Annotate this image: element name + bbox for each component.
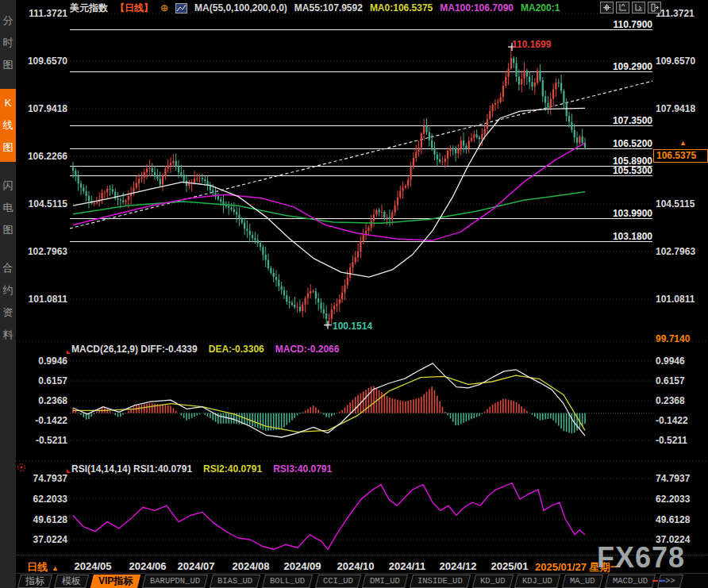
price-axis-label: 111.3721 xyxy=(656,8,695,19)
rsi-scale-label: 49.6128 xyxy=(17,514,67,525)
toolbar-item-barupdn-ud[interactable]: BARUPDN_UD xyxy=(142,575,208,588)
macd-scale-label: -0.1422 xyxy=(656,415,688,426)
sidebar: 分时图K线图闪电图合约资料 xyxy=(0,0,16,588)
toolbar-item-label: CCI_UD xyxy=(323,575,353,587)
macd-scale-label: 0.2368 xyxy=(17,395,67,406)
toolbar-item-label: INSIDE_UD xyxy=(417,575,463,587)
period-tag[interactable]: 【日线】 xyxy=(115,2,153,14)
sidebar-tab-contract-info[interactable]: 合约资料 xyxy=(0,254,16,349)
rsi-scale-label: 74.7937 xyxy=(17,473,67,484)
rsi1-value: RSI(14,14,14) RSI1:40.0791 xyxy=(71,463,192,475)
add-indicator-icon[interactable]: ⊕ xyxy=(160,2,168,13)
macd-scale-label: -0.5211 xyxy=(17,435,67,446)
sidebar-tab-time-share[interactable]: 分时图 xyxy=(0,6,16,79)
rsi-scale-label: 62.2033 xyxy=(17,494,67,505)
price-axis-label: 106.2266 xyxy=(17,151,67,162)
rsi-scale-label: 37.0224 xyxy=(17,534,67,545)
toolbar-item-label: MA_UD xyxy=(570,575,595,587)
header-toolbar xyxy=(600,2,661,13)
month-tick-label: 2024/08 xyxy=(233,560,270,572)
toolbar-item-vip-[interactable]: VIP指标 xyxy=(90,575,141,588)
rsi-scale-label: 62.2033 xyxy=(656,494,690,505)
candles xyxy=(72,47,586,327)
toolbar-item-cci-ud[interactable]: CCI_UD xyxy=(314,575,360,588)
price-up-arrow-icon: ▲ xyxy=(679,139,687,147)
panel-toggle-icon[interactable] xyxy=(648,2,661,13)
sidebar-tab-kline[interactable]: K线图 xyxy=(0,89,16,162)
month-tick-label: 2024/07 xyxy=(178,560,215,572)
toolbar-item-bias-ud[interactable]: BIAS_UD xyxy=(210,575,260,588)
mini-chart-icon xyxy=(175,3,187,13)
macd-scale-label: 0.6157 xyxy=(17,375,67,386)
current-price-badge: 106.5375 xyxy=(653,149,708,163)
toolbar-scroll-indicator[interactable]: ▬▬ xyxy=(652,577,667,582)
axis-scale-left-icon[interactable] xyxy=(616,2,629,13)
ma0-value: MA0:106.5375 xyxy=(370,2,433,13)
toolbar-item-label: BIAS_UD xyxy=(217,575,252,587)
toolbar-item-kdj-ud[interactable]: KDJ_UD xyxy=(514,575,560,588)
price-line-label: 110.7900 xyxy=(581,19,652,30)
toolbar-item-label: VIP指标 xyxy=(98,575,133,587)
price-axis-label: 107.9418 xyxy=(656,103,695,114)
range-min-label: 99.7140 xyxy=(656,333,690,344)
toolbar-item-dmi-ud[interactable]: DMI_UD xyxy=(362,575,408,588)
macd-scale-label: -0.1422 xyxy=(17,415,67,426)
ma100-value: MA100:106.7090 xyxy=(440,2,514,13)
toolbar-item-macd-ud[interactable]: MACD_UD xyxy=(605,575,656,588)
axis-scale-right-icon[interactable] xyxy=(632,2,645,13)
toolbar-item-ma-ud[interactable]: MA_UD xyxy=(562,575,603,588)
move-icon[interactable] xyxy=(600,2,614,13)
time-axis: 日线▲ 2025/01/27 星期一 2024/052024/062024/07… xyxy=(16,555,708,574)
ma200-value: MA200:1 xyxy=(521,2,560,13)
chart-header: 美元指数 【日线】 ⊕ MA(55,0,100,200,0,0) MA55:10… xyxy=(70,2,598,14)
price-axis-label: 101.0811 xyxy=(656,294,695,305)
toolbar-item-label: 模板 xyxy=(62,575,81,587)
month-tick-label: 2024/12 xyxy=(440,560,477,572)
price-axis-label: 109.6570 xyxy=(656,56,695,67)
grid-lines xyxy=(16,13,708,540)
macd-scale-label: 0.9946 xyxy=(656,355,685,367)
extreme-markers xyxy=(324,43,516,329)
kline-chart-canvas[interactable] xyxy=(0,0,708,588)
symbol-name: 美元指数 xyxy=(70,2,108,14)
rsi-scale-label: 49.6128 xyxy=(656,514,690,525)
macd-title-row: MACD(26,12,9) DIFF:-0.4339 DEA:-0.3306 M… xyxy=(71,344,339,355)
price-axis-label: 104.5115 xyxy=(656,198,695,209)
macd-macd-value: MACD:-0.2066 xyxy=(275,344,340,355)
toolbar-item-kd-ud[interactable]: KD_UD xyxy=(472,575,514,588)
sidebar-tab-lightning[interactable]: 闪电图 xyxy=(0,171,16,244)
toolbar-item-label: DMI_UD xyxy=(370,575,400,587)
macd-scale-label: 0.6157 xyxy=(656,375,685,386)
rsi-scale-label: 74.7937 xyxy=(656,473,690,484)
ma55-value: MA55:107.9592 xyxy=(294,2,363,13)
panel-expand-icon[interactable] xyxy=(67,350,71,354)
toolbar-item--[interactable]: 模板 xyxy=(54,575,89,588)
kline-app-window: 分时图K线图闪电图合约资料 美元指数 【日线】 ⊕ MA(55,0,100,20… xyxy=(0,0,708,588)
toolbar-item-label: MACD_UD xyxy=(613,575,648,587)
price-axis-label: 104.5115 xyxy=(17,198,67,209)
price-axis-label: 111.3721 xyxy=(17,8,67,19)
toolbar-item--[interactable]: 指标 xyxy=(17,575,52,588)
month-tick-label: 2024/06 xyxy=(129,560,167,572)
price-lines xyxy=(70,30,652,242)
price-line-label: 103.1800 xyxy=(581,231,652,242)
ma100-line xyxy=(73,143,585,240)
price-axis-label: 102.7963 xyxy=(17,246,67,257)
price-line-label: 107.3500 xyxy=(581,115,652,126)
price-axis-label: 107.9418 xyxy=(17,103,67,114)
toolbar-item-inside-ud[interactable]: INSIDE_UD xyxy=(410,575,471,588)
toolbar-item-boll-ud[interactable]: BOLL_UD xyxy=(262,575,313,588)
price-line-label: 103.9900 xyxy=(581,208,652,219)
macd-histogram xyxy=(73,386,585,433)
toolbar-item-label: BOLL_UD xyxy=(270,575,305,587)
low-price-annotation: 100.1514 xyxy=(333,321,372,332)
price-line-label: 105.5300 xyxy=(581,165,652,176)
rsi2-value: RSI2:40.0791 xyxy=(203,463,262,475)
rsi-scale-label: 37.0224 xyxy=(656,534,690,545)
price-line-label: 109.2900 xyxy=(581,61,652,72)
rsi3-value: RSI3:40.0791 xyxy=(273,463,332,475)
rsi-title-row: RSI(14,14,14) RSI1:40.0791 RSI2:40.0791 … xyxy=(71,463,332,475)
month-tick-label: 2025/01 xyxy=(491,560,529,572)
month-tick-label: 2024/11 xyxy=(389,560,425,572)
toolbar-item-label: KD_UD xyxy=(480,575,506,587)
